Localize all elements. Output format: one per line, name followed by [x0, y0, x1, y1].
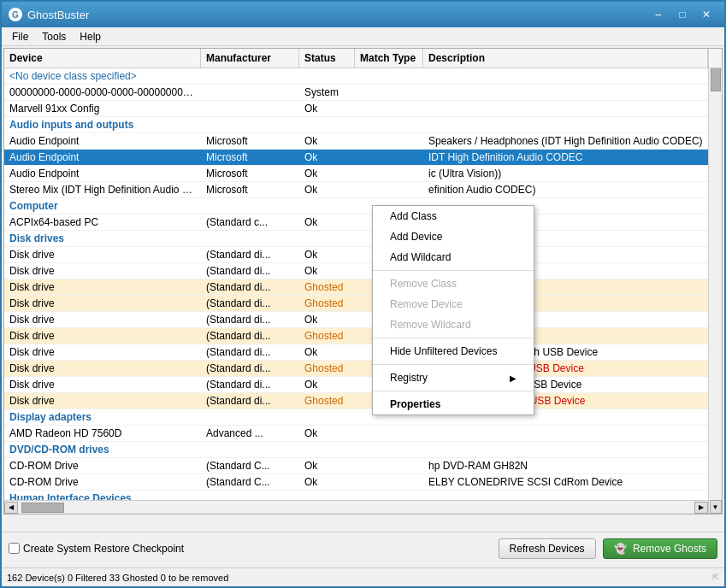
ctx-remove-class: Remove Class: [373, 273, 534, 294]
ctx-remove-wildcard: Remove Wildcard: [373, 315, 534, 335]
scroll-thumb-horizontal[interactable]: [21, 503, 64, 513]
category-row-display: Display adapters: [4, 409, 708, 426]
ghost-icon: 👻: [614, 543, 627, 555]
menu-bar: File Tools Help: [2, 27, 724, 46]
title-bar: G GhostBuster ‒ □ ✕: [2, 2, 724, 27]
ctx-add-class[interactable]: Add Class: [373, 206, 534, 226]
list-item[interactable]: Stereo Mix (IDT High Definition Audio CO…: [4, 182, 708, 198]
no-class-label: <No device class specified>: [4, 68, 201, 84]
category-row-computer: Computer: [4, 198, 708, 215]
bottom-bar: Create System Restore Checkpoint Refresh…: [2, 532, 724, 564]
table-body: <No device class specified> 00000000-000…: [4, 68, 722, 513]
list-item[interactable]: Disk drive (Standard di... Ok: [4, 263, 708, 279]
context-menu: Add Class Add Device Add Wildcard Remove…: [372, 205, 534, 415]
list-item[interactable]: Disk drive (Standard di... Ghosted 2A7B2: [4, 296, 708, 312]
scroll-thumb-vertical[interactable]: [711, 66, 721, 91]
minimize-button[interactable]: ‒: [647, 6, 670, 23]
list-item[interactable]: CD-ROM Drive (Standard C... Ok hp DVD-RA…: [4, 458, 708, 474]
category-row-audio: Audio inputs and outputs: [4, 117, 708, 133]
main-window: G GhostBuster ‒ □ ✕ File Tools Help Devi…: [0, 0, 726, 588]
app-icon: G: [9, 8, 22, 21]
col-header-device: Device: [4, 49, 201, 68]
list-item[interactable]: Disk drive (Standard di... Ok: [4, 247, 708, 263]
menu-help[interactable]: Help: [73, 29, 108, 44]
ctx-sep-3: [373, 364, 534, 365]
resize-grip: ⇱: [712, 573, 719, 582]
ctx-sep-1: [373, 270, 534, 271]
col-header-status: Status: [299, 49, 355, 68]
scroll-right-button[interactable]: ▶: [694, 502, 708, 514]
list-item[interactable]: Audio Endpoint Microsoft Ok Speakers / H…: [4, 133, 708, 150]
list-item[interactable]: Disk drive (Standard di... Ghosted SanDi…: [4, 393, 708, 409]
category-row-disk: Disk drives: [4, 231, 708, 247]
ctx-add-device[interactable]: Add Device: [373, 226, 534, 247]
list-item[interactable]: ACPIx64-based PC (Standard c... Ok: [4, 215, 708, 231]
col-header-description: Description: [423, 49, 708, 68]
ctx-properties[interactable]: Properties: [373, 394, 534, 415]
checkpoint-checkbox[interactable]: [9, 543, 20, 554]
category-row-dvd: DVD/CD-ROM drives: [4, 442, 708, 458]
ctx-add-wildcard[interactable]: Add Wildcard: [373, 247, 534, 268]
checkpoint-label[interactable]: Create System Restore Checkpoint: [9, 543, 184, 555]
list-item[interactable]: Audio Endpoint Microsoft Ok IDT High Def…: [4, 150, 708, 166]
scrollbar-horizontal[interactable]: ◀ ▶: [4, 500, 708, 514]
list-item[interactable]: Disk drive (Standard di... Ok Generic- M…: [4, 377, 708, 393]
remove-ghosts-button[interactable]: 👻 Remove Ghosts: [603, 538, 717, 559]
list-item[interactable]: Disk drive (Standard di... Ghosted IC25N…: [4, 361, 708, 377]
list-item[interactable]: Disk drive (Standard di... Ghosted: [4, 328, 708, 344]
status-bar: 162 Device(s) 0 Filtered 33 Ghosted 0 to…: [2, 567, 724, 586]
title-bar-controls: ‒ □ ✕: [647, 6, 717, 23]
ctx-sep-4: [373, 391, 534, 391]
menu-file[interactable]: File: [5, 29, 35, 44]
device-table: Device Manufacturer Status Match Type De…: [3, 48, 723, 514]
list-item[interactable]: Marvell 91xx Config Ok: [4, 101, 708, 117]
table-header: Device Manufacturer Status Match Type De…: [4, 49, 722, 68]
list-item[interactable]: AMD Radeon HD 7560D Advanced ... Ok: [4, 426, 708, 442]
ctx-hide-unfiltered[interactable]: Hide Unfiltered Devices: [373, 341, 534, 362]
ctx-registry[interactable]: Registry ▶: [373, 368, 534, 388]
list-item[interactable]: CD-ROM Drive (Standard C... Ok ELBY CLON…: [4, 474, 708, 491]
checkpoint-text: Create System Restore Checkpoint: [23, 543, 184, 555]
list-item[interactable]: Disk drive (Standard di... Ghosted: [4, 279, 708, 296]
list-item[interactable]: Disk drive (Standard di... Ok Generic- C…: [4, 344, 708, 361]
close-button[interactable]: ✕: [695, 6, 717, 23]
ctx-registry-arrow: ▶: [510, 373, 516, 383]
app-title: GhostBuster: [27, 9, 89, 21]
menu-tools[interactable]: Tools: [35, 29, 73, 44]
list-item[interactable]: Disk drive (Standard di... Ok 2: [4, 312, 708, 328]
status-text: 162 Device(s) 0 Filtered 33 Ghosted 0 to…: [7, 573, 228, 583]
scroll-down-button[interactable]: ▼: [710, 500, 722, 514]
refresh-devices-button[interactable]: Refresh Devices: [499, 538, 596, 559]
ctx-remove-device: Remove Device: [373, 294, 534, 315]
list-item[interactable]: <No device class specified>: [4, 68, 708, 85]
list-item[interactable]: 00000000-0000-0000-0000-000000000000 Sys…: [4, 85, 708, 101]
list-item[interactable]: Audio Endpoint Microsoft Ok ic (Ultra Vi…: [4, 166, 708, 182]
title-bar-left: G GhostBuster: [9, 8, 89, 21]
col-header-manufacturer: Manufacturer: [201, 49, 299, 68]
col-header-matchtype: Match Type: [355, 49, 423, 68]
scrollbar-vertical[interactable]: ▲ ▼: [708, 49, 722, 514]
scroll-left-button[interactable]: ◀: [4, 502, 18, 514]
maximize-button[interactable]: □: [671, 6, 694, 23]
ctx-sep-2: [373, 338, 534, 338]
